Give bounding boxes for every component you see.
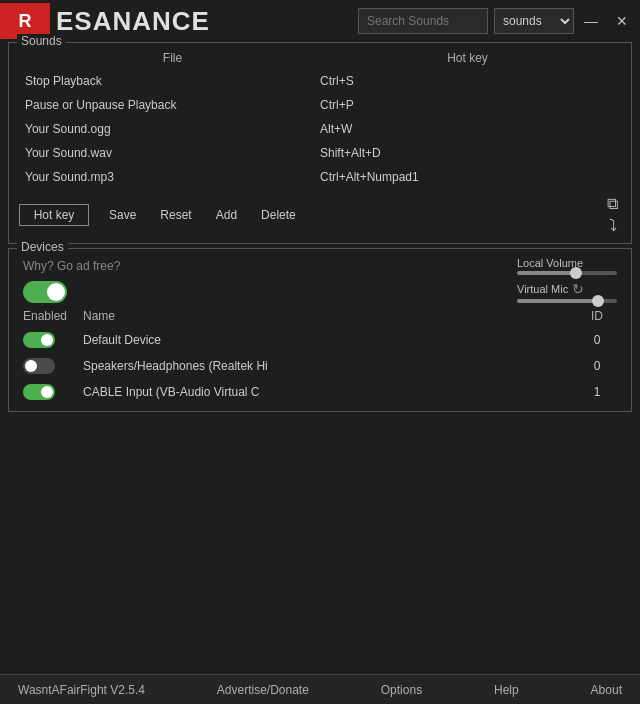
search-input[interactable]	[358, 8, 488, 34]
devices-table-header: Enabled Name ID	[9, 305, 631, 327]
hotkey-box[interactable]: Hot key	[19, 204, 89, 226]
table-row[interactable]: Stop Playback Ctrl+S	[9, 69, 631, 93]
local-volume-area: Local Volume	[517, 257, 617, 275]
ad-free-text[interactable]: Why? Go ad free?	[23, 259, 120, 273]
sound-name: Stop Playback	[25, 74, 320, 88]
devices-section: Devices Why? Go ad free? Local Volume Vi…	[8, 248, 632, 412]
main-toggle[interactable]	[23, 281, 67, 303]
toggle-and-virtual: Virtual Mic ↻	[9, 275, 631, 305]
device-name: Speakers/Headphones (Realtek Hi	[83, 359, 577, 373]
device-enabled-toggle[interactable]	[23, 384, 83, 400]
sound-hotkey: Ctrl+P	[320, 98, 615, 112]
advertise-button[interactable]: Advertise/Donate	[209, 683, 317, 697]
device-enabled-toggle[interactable]	[23, 358, 83, 374]
title-bar: R ESANANCE sounds all — ✕	[0, 0, 640, 36]
action-bar: Hot key Save Reset Add Delete ⧉ ⤵	[9, 189, 631, 237]
col-hotkey-header: Hot key	[320, 51, 615, 65]
virtual-mic-area: Virtual Mic ↻	[517, 281, 617, 303]
sound-name: Your Sound.mp3	[25, 170, 320, 184]
sounds-section: Sounds File Hot key Stop Playback Ctrl+S…	[8, 42, 632, 244]
sounds-table-header: File Hot key	[9, 47, 631, 69]
logo-svg: R	[9, 8, 41, 34]
devices-label: Devices	[17, 240, 68, 254]
device-id: 0	[577, 333, 617, 347]
status-bar: WasntAFairFight V2.5.4 Advertise/Donate …	[0, 674, 640, 704]
list-item: Default Device 0	[9, 327, 631, 353]
svg-text:R: R	[19, 11, 32, 31]
reset-button[interactable]: Reset	[156, 206, 195, 224]
device-id: 1	[577, 385, 617, 399]
device-toggle[interactable]	[23, 358, 55, 374]
minimize-button[interactable]: —	[580, 13, 602, 29]
icon-buttons: ⧉ ⤵	[604, 195, 621, 235]
delete-button[interactable]: Delete	[257, 206, 300, 224]
device-toggle[interactable]	[23, 384, 55, 400]
sound-hotkey: Shift+Alt+D	[320, 146, 615, 160]
paste-icon-button[interactable]: ⤵	[604, 217, 621, 235]
sound-hotkey: Ctrl+Alt+Numpad1	[320, 170, 615, 184]
table-row[interactable]: Your Sound.ogg Alt+W	[9, 117, 631, 141]
list-item: Speakers/Headphones (Realtek Hi 0	[9, 353, 631, 379]
local-volume-slider[interactable]	[517, 271, 617, 275]
copy-icon-button[interactable]: ⧉	[604, 195, 621, 213]
logo-text: ESANANCE	[50, 6, 210, 37]
col-name-header: Name	[83, 309, 577, 323]
help-button[interactable]: Help	[486, 683, 527, 697]
devices-header-row: Why? Go ad free? Local Volume	[9, 253, 631, 275]
sound-name: Your Sound.ogg	[25, 122, 320, 136]
about-button[interactable]: About	[583, 683, 630, 697]
device-rows: Default Device 0 Speakers/Headphones (Re…	[9, 327, 631, 405]
device-name: Default Device	[83, 333, 577, 347]
col-enabled-header: Enabled	[23, 309, 83, 323]
sound-hotkey: Ctrl+S	[320, 74, 615, 88]
sound-name: Pause or Unpause Playback	[25, 98, 320, 112]
version-label: WasntAFairFight V2.5.4	[10, 683, 153, 697]
sounds-dropdown[interactable]: sounds all	[494, 8, 574, 34]
toggle-slider	[23, 281, 67, 303]
device-toggle[interactable]	[23, 332, 55, 348]
col-file-header: File	[25, 51, 320, 65]
device-name: CABLE Input (VB-Audio Virtual C	[83, 385, 577, 399]
options-button[interactable]: Options	[373, 683, 430, 697]
sounds-label: Sounds	[17, 34, 66, 48]
window-controls: — ✕	[580, 13, 632, 29]
add-button[interactable]: Add	[212, 206, 241, 224]
device-enabled-toggle[interactable]	[23, 332, 83, 348]
sound-hotkey: Alt+W	[320, 122, 615, 136]
table-row[interactable]: Your Sound.mp3 Ctrl+Alt+Numpad1	[9, 165, 631, 189]
virtual-mic-slider[interactable]	[517, 299, 617, 303]
close-button[interactable]: ✕	[612, 13, 632, 29]
sound-name: Your Sound.wav	[25, 146, 320, 160]
table-row[interactable]: Your Sound.wav Shift+Alt+D	[9, 141, 631, 165]
device-id: 0	[577, 359, 617, 373]
list-item: CABLE Input (VB-Audio Virtual C 1	[9, 379, 631, 405]
sounds-rows: Stop Playback Ctrl+S Pause or Unpause Pl…	[9, 69, 631, 189]
table-row[interactable]: Pause or Unpause Playback Ctrl+P	[9, 93, 631, 117]
col-id-header: ID	[577, 309, 617, 323]
virtual-mic-label: Virtual Mic	[517, 283, 568, 295]
title-bar-right: sounds all — ✕	[358, 8, 632, 34]
save-button[interactable]: Save	[105, 206, 140, 224]
